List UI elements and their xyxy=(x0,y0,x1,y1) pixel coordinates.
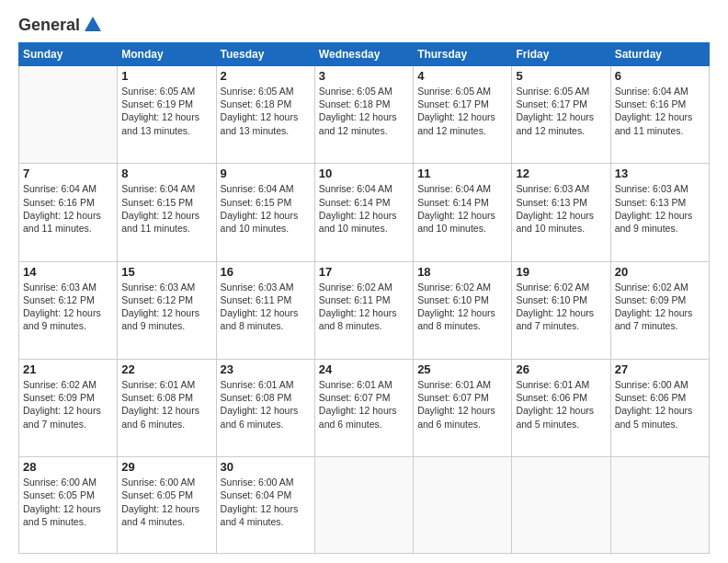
calendar-cell: 13Sunrise: 6:03 AMSunset: 6:13 PMDayligh… xyxy=(610,164,709,261)
day-info: Sunrise: 6:03 AMSunset: 6:12 PMDaylight:… xyxy=(121,281,211,333)
day-info: Sunrise: 6:01 AMSunset: 6:07 PMDaylight:… xyxy=(319,378,409,431)
day-info: Sunrise: 6:05 AMSunset: 6:19 PMDaylight:… xyxy=(121,85,211,137)
calendar-cell xyxy=(414,457,512,554)
weekday-header-row: SundayMondayTuesdayWednesdayThursdayFrid… xyxy=(19,43,710,66)
day-info: Sunrise: 6:03 AMSunset: 6:13 PMDaylight:… xyxy=(615,182,705,235)
page: General SundayMondayTuesdayWednesdayThur… xyxy=(0,0,728,563)
logo-icon xyxy=(83,15,103,35)
calendar-cell: 28Sunrise: 6:00 AMSunset: 6:05 PMDayligh… xyxy=(19,457,118,554)
calendar-cell: 20Sunrise: 6:02 AMSunset: 6:09 PMDayligh… xyxy=(610,261,709,359)
calendar-cell: 29Sunrise: 6:00 AMSunset: 6:05 PMDayligh… xyxy=(118,457,216,554)
day-info: Sunrise: 6:01 AMSunset: 6:08 PMDaylight:… xyxy=(221,378,311,431)
day-info: Sunrise: 6:00 AMSunset: 6:06 PMDaylight:… xyxy=(615,378,705,431)
day-info: Sunrise: 6:04 AMSunset: 6:16 PMDaylight:… xyxy=(23,182,113,235)
calendar-cell xyxy=(314,457,413,554)
calendar-cell: 14Sunrise: 6:03 AMSunset: 6:12 PMDayligh… xyxy=(19,261,118,359)
calendar-cell: 15Sunrise: 6:03 AMSunset: 6:12 PMDayligh… xyxy=(118,261,216,359)
calendar-cell: 24Sunrise: 6:01 AMSunset: 6:07 PMDayligh… xyxy=(314,359,413,456)
day-info: Sunrise: 6:05 AMSunset: 6:17 PMDaylight:… xyxy=(516,85,606,137)
logo: General xyxy=(18,15,103,33)
day-number: 6 xyxy=(615,69,705,83)
calendar-cell: 3Sunrise: 6:05 AMSunset: 6:18 PMDaylight… xyxy=(314,66,413,164)
day-number: 29 xyxy=(121,460,211,474)
day-info: Sunrise: 6:00 AMSunset: 6:05 PMDaylight:… xyxy=(23,476,113,528)
header: General xyxy=(18,15,710,33)
calendar-cell: 21Sunrise: 6:02 AMSunset: 6:09 PMDayligh… xyxy=(19,359,118,456)
day-info: Sunrise: 6:01 AMSunset: 6:07 PMDaylight:… xyxy=(417,378,507,431)
day-info: Sunrise: 6:02 AMSunset: 6:10 PMDaylight:… xyxy=(516,281,606,333)
calendar-cell: 9Sunrise: 6:04 AMSunset: 6:15 PMDaylight… xyxy=(216,164,314,261)
day-info: Sunrise: 6:05 AMSunset: 6:17 PMDaylight:… xyxy=(417,85,507,137)
calendar-cell xyxy=(512,457,610,554)
calendar-cell: 18Sunrise: 6:02 AMSunset: 6:10 PMDayligh… xyxy=(414,261,512,359)
calendar-cell: 26Sunrise: 6:01 AMSunset: 6:06 PMDayligh… xyxy=(512,359,610,456)
day-number: 18 xyxy=(417,265,507,279)
day-info: Sunrise: 6:04 AMSunset: 6:15 PMDaylight:… xyxy=(221,182,311,235)
logo-general: General xyxy=(18,16,80,35)
calendar-cell: 23Sunrise: 6:01 AMSunset: 6:08 PMDayligh… xyxy=(216,359,314,456)
week-row-2: 7Sunrise: 6:04 AMSunset: 6:16 PMDaylight… xyxy=(19,164,710,261)
week-row-5: 28Sunrise: 6:00 AMSunset: 6:05 PMDayligh… xyxy=(19,457,710,554)
svg-marker-0 xyxy=(85,17,101,31)
day-number: 23 xyxy=(221,362,311,376)
day-number: 22 xyxy=(121,362,211,376)
day-info: Sunrise: 6:03 AMSunset: 6:12 PMDaylight:… xyxy=(23,281,113,333)
calendar-cell: 16Sunrise: 6:03 AMSunset: 6:11 PMDayligh… xyxy=(216,261,314,359)
day-info: Sunrise: 6:00 AMSunset: 6:05 PMDaylight:… xyxy=(121,476,211,528)
day-info: Sunrise: 6:02 AMSunset: 6:10 PMDaylight:… xyxy=(417,281,507,333)
calendar-cell: 27Sunrise: 6:00 AMSunset: 6:06 PMDayligh… xyxy=(610,359,709,456)
calendar-cell: 10Sunrise: 6:04 AMSunset: 6:14 PMDayligh… xyxy=(314,164,413,261)
day-info: Sunrise: 6:01 AMSunset: 6:08 PMDaylight:… xyxy=(121,378,211,431)
weekday-header-thursday: Thursday xyxy=(414,43,512,66)
day-info: Sunrise: 6:05 AMSunset: 6:18 PMDaylight:… xyxy=(319,85,409,137)
day-number: 7 xyxy=(23,167,113,180)
day-number: 20 xyxy=(615,265,705,279)
weekday-header-wednesday: Wednesday xyxy=(314,43,413,66)
day-number: 11 xyxy=(417,167,507,180)
day-info: Sunrise: 6:02 AMSunset: 6:11 PMDaylight:… xyxy=(319,281,409,333)
day-number: 28 xyxy=(23,460,113,474)
day-info: Sunrise: 6:00 AMSunset: 6:04 PMDaylight:… xyxy=(221,476,311,528)
day-number: 1 xyxy=(121,69,211,83)
calendar-cell: 25Sunrise: 6:01 AMSunset: 6:07 PMDayligh… xyxy=(414,359,512,456)
day-info: Sunrise: 6:03 AMSunset: 6:13 PMDaylight:… xyxy=(516,182,606,235)
calendar-cell: 1Sunrise: 6:05 AMSunset: 6:19 PMDaylight… xyxy=(118,66,216,164)
day-number: 13 xyxy=(615,167,705,180)
weekday-header-sunday: Sunday xyxy=(19,43,118,66)
day-number: 16 xyxy=(221,265,311,279)
day-number: 14 xyxy=(23,265,113,279)
day-number: 10 xyxy=(319,167,409,180)
calendar-cell: 22Sunrise: 6:01 AMSunset: 6:08 PMDayligh… xyxy=(118,359,216,456)
calendar-cell: 2Sunrise: 6:05 AMSunset: 6:18 PMDaylight… xyxy=(216,66,314,164)
day-number: 5 xyxy=(516,69,606,83)
day-info: Sunrise: 6:03 AMSunset: 6:11 PMDaylight:… xyxy=(221,281,311,333)
day-info: Sunrise: 6:02 AMSunset: 6:09 PMDaylight:… xyxy=(615,281,705,333)
weekday-header-tuesday: Tuesday xyxy=(216,43,314,66)
calendar-cell xyxy=(19,66,118,164)
calendar-cell: 12Sunrise: 6:03 AMSunset: 6:13 PMDayligh… xyxy=(512,164,610,261)
calendar-cell: 6Sunrise: 6:04 AMSunset: 6:16 PMDaylight… xyxy=(610,66,709,164)
day-number: 19 xyxy=(516,265,606,279)
weekday-header-monday: Monday xyxy=(118,43,216,66)
calendar-cell: 11Sunrise: 6:04 AMSunset: 6:14 PMDayligh… xyxy=(414,164,512,261)
day-number: 12 xyxy=(516,167,606,180)
day-number: 24 xyxy=(319,362,409,376)
day-info: Sunrise: 6:05 AMSunset: 6:18 PMDaylight:… xyxy=(221,85,311,137)
day-info: Sunrise: 6:04 AMSunset: 6:15 PMDaylight:… xyxy=(121,182,211,235)
day-number: 9 xyxy=(221,167,311,180)
calendar-cell: 5Sunrise: 6:05 AMSunset: 6:17 PMDaylight… xyxy=(512,66,610,164)
calendar-cell: 8Sunrise: 6:04 AMSunset: 6:15 PMDaylight… xyxy=(118,164,216,261)
calendar: SundayMondayTuesdayWednesdayThursdayFrid… xyxy=(18,42,710,554)
week-row-1: 1Sunrise: 6:05 AMSunset: 6:19 PMDaylight… xyxy=(19,66,710,164)
day-info: Sunrise: 6:04 AMSunset: 6:14 PMDaylight:… xyxy=(417,182,507,235)
calendar-cell: 30Sunrise: 6:00 AMSunset: 6:04 PMDayligh… xyxy=(216,457,314,554)
day-number: 17 xyxy=(319,265,409,279)
weekday-header-saturday: Saturday xyxy=(610,43,709,66)
day-number: 30 xyxy=(221,460,311,474)
day-number: 15 xyxy=(121,265,211,279)
calendar-cell: 4Sunrise: 6:05 AMSunset: 6:17 PMDaylight… xyxy=(414,66,512,164)
day-info: Sunrise: 6:04 AMSunset: 6:16 PMDaylight:… xyxy=(615,85,705,137)
day-info: Sunrise: 6:01 AMSunset: 6:06 PMDaylight:… xyxy=(516,378,606,431)
day-number: 25 xyxy=(417,362,507,376)
calendar-cell xyxy=(610,457,709,554)
